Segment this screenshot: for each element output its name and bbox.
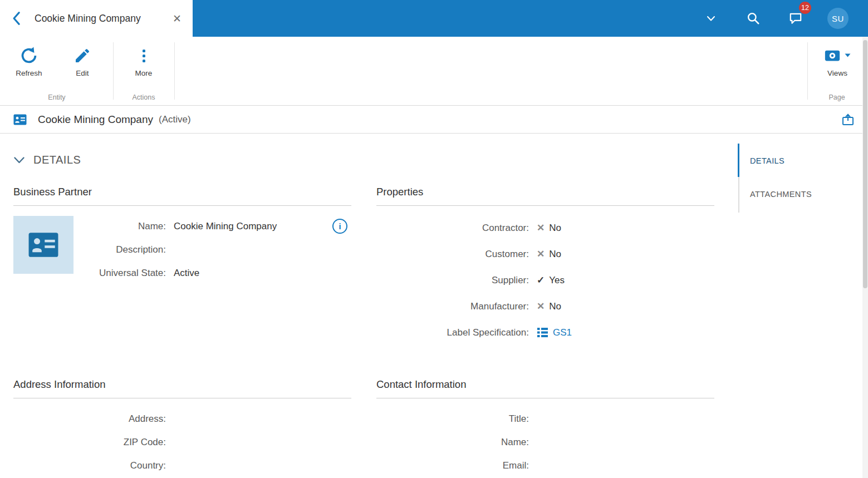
side-nav-active-indicator xyxy=(738,144,739,177)
edit-label: Edit xyxy=(76,69,89,77)
contact-fields: Title: Name: Email: xyxy=(376,407,714,477)
field-label: Manufacturer: xyxy=(376,301,529,312)
back-button[interactable] xyxy=(9,10,23,27)
views-icon xyxy=(824,48,841,63)
side-nav-item-attachments[interactable]: ATTACHMENTS xyxy=(750,190,812,199)
field-row-manufacturer: Manufacturer: ✕ No xyxy=(376,293,714,319)
contact-card-icon xyxy=(27,232,60,258)
ribbon-toolbar: Refresh Edit More xyxy=(0,37,868,106)
scrollbar-track[interactable] xyxy=(862,37,868,478)
field-value: Yes xyxy=(549,275,565,286)
ribbon-divider xyxy=(174,42,175,100)
refresh-icon xyxy=(19,43,39,68)
field-label: Email: xyxy=(376,460,529,471)
ribbon-group-entity: Entity xyxy=(8,93,106,101)
field-row-name: Name: xyxy=(376,431,714,454)
notification-badge: 12 xyxy=(799,2,811,14)
business-partner-heading: Business Partner xyxy=(13,186,351,206)
field-value: Cookie Mining Company xyxy=(174,220,277,233)
top-blue-bar: 12 SU xyxy=(193,0,868,37)
x-icon: ✕ xyxy=(537,300,545,312)
chevron-down-icon xyxy=(845,53,851,58)
chevron-left-icon xyxy=(12,11,21,26)
address-fields: Address: ZIP Code: Country: xyxy=(13,407,351,477)
info-icon[interactable]: i xyxy=(332,219,347,234)
field-value: No xyxy=(549,301,561,312)
export-icon xyxy=(841,114,855,126)
field-label: Title: xyxy=(376,413,529,425)
views-label: Views xyxy=(827,69,847,77)
tab-area: Cookie Mining Company ✕ xyxy=(0,0,193,37)
record-status: (Active) xyxy=(159,114,191,125)
open-external-button[interactable] xyxy=(841,114,855,126)
messages-button[interactable]: 12 xyxy=(774,0,817,37)
x-icon: ✕ xyxy=(537,248,545,260)
field-label: Label Specification: xyxy=(376,327,529,338)
field-label: ZIP Code: xyxy=(13,437,166,448)
field-label: Supplier: xyxy=(376,275,529,286)
field-label: Country: xyxy=(13,460,166,471)
check-icon: ✓ xyxy=(537,274,545,286)
scrollbar-thumb[interactable] xyxy=(863,40,867,288)
tab-title: Cookie Mining Company xyxy=(35,13,141,24)
app-window: Cookie Mining Company ✕ 12 xyxy=(0,0,868,478)
field-value: No xyxy=(549,223,561,234)
topbar-dropdown-button[interactable] xyxy=(690,0,732,37)
more-button[interactable]: More xyxy=(121,43,166,77)
properties-fields: Contractor: ✕ No Customer: ✕ No Supplier… xyxy=(376,215,714,346)
label-specification-link[interactable]: GS1 xyxy=(553,327,572,338)
field-value: No xyxy=(549,249,561,260)
chat-icon xyxy=(788,11,803,26)
more-label: More xyxy=(135,69,153,77)
field-row-contractor: Contractor: ✕ No xyxy=(376,215,714,241)
chevron-down-icon xyxy=(707,16,715,21)
search-icon xyxy=(746,11,761,26)
top-bar: Cookie Mining Company ✕ 12 xyxy=(0,0,868,37)
field-label: Customer: xyxy=(376,249,529,260)
field-row-country: Country: xyxy=(13,454,351,477)
tab-close-button[interactable]: ✕ xyxy=(169,11,185,26)
ribbon-group-page: Page xyxy=(813,93,860,101)
ellipsis-vertical-icon xyxy=(143,43,145,68)
field-row-email: Email: xyxy=(376,454,714,477)
list-icon xyxy=(537,327,548,338)
contact-information-section: Contact Information Title: Name: Email: xyxy=(376,378,714,477)
x-icon: ✕ xyxy=(537,222,545,234)
refresh-label: Refresh xyxy=(16,69,42,77)
chevron-down-icon xyxy=(14,157,24,164)
business-partner-section: Business Partner Name: Cookie Mining Com… xyxy=(13,186,351,285)
ribbon-divider xyxy=(113,42,114,100)
contact-information-heading: Contact Information xyxy=(376,378,714,398)
pencil-icon xyxy=(73,43,91,68)
field-value: Active xyxy=(174,267,199,280)
user-menu-button[interactable]: SU xyxy=(817,0,859,37)
record-title-bar: Cookie Mining Company (Active) xyxy=(0,106,868,134)
address-information-heading: Address Information xyxy=(13,378,351,398)
address-information-section: Address Information Address: ZIP Code: C… xyxy=(13,378,351,477)
refresh-button[interactable]: Refresh xyxy=(7,43,51,77)
field-row-customer: Customer: ✕ No xyxy=(376,241,714,267)
field-row-label-specification: Label Specification: GS1 xyxy=(376,319,714,346)
field-label: Contractor: xyxy=(376,223,529,234)
field-label: Name: xyxy=(376,437,529,448)
record-title: Cookie Mining Company xyxy=(38,114,153,126)
field-row-supplier: Supplier: ✓ Yes xyxy=(376,267,714,293)
business-partner-image[interactable] xyxy=(13,216,73,274)
avatar: SU xyxy=(827,8,849,29)
section-title: DETAILS xyxy=(33,154,81,166)
details-section-toggle[interactable]: DETAILS xyxy=(14,154,81,166)
field-row-address: Address: xyxy=(13,407,351,431)
views-button[interactable]: Views xyxy=(813,43,861,77)
ribbon-divider xyxy=(807,42,808,100)
contact-card-icon xyxy=(13,114,27,125)
field-label: Address: xyxy=(13,413,166,425)
search-button[interactable] xyxy=(732,0,774,37)
side-nav-item-details[interactable]: DETAILS xyxy=(750,156,784,165)
ribbon-group-actions: Actions xyxy=(116,93,171,101)
edit-button[interactable]: Edit xyxy=(60,43,105,77)
properties-section: Properties Contractor: ✕ No Customer: ✕ … xyxy=(376,186,714,346)
field-row-title: Title: xyxy=(376,407,714,431)
properties-heading: Properties xyxy=(376,186,714,206)
field-row-zip-code: ZIP Code: xyxy=(13,431,351,454)
